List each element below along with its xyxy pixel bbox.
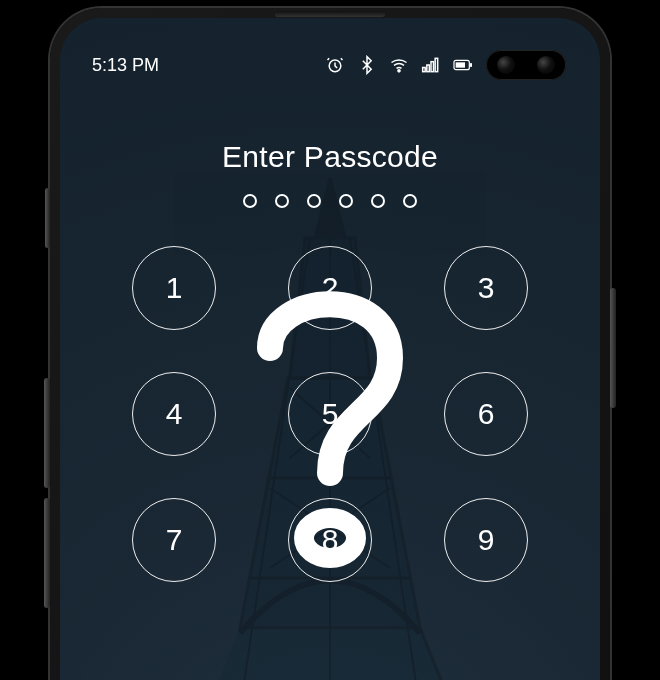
volume-down-button <box>44 498 50 608</box>
numeric-keypad: 1 2 3 4 5 6 7 8 9 <box>60 246 600 582</box>
volume-up-button <box>44 378 50 488</box>
keypad-3[interactable]: 3 <box>444 246 528 330</box>
passcode-title: Enter Passcode <box>60 140 600 174</box>
passcode-dot <box>275 194 289 208</box>
battery-icon <box>453 55 473 75</box>
status-bar: 5:13 PM <box>60 48 600 82</box>
svg-rect-7 <box>470 63 472 67</box>
svg-rect-3 <box>427 65 430 72</box>
svg-point-1 <box>398 70 400 72</box>
keypad-9[interactable]: 9 <box>444 498 528 582</box>
passcode-dot <box>339 194 353 208</box>
power-button <box>610 288 616 408</box>
alarm-icon <box>325 55 345 75</box>
passcode-dot <box>243 194 257 208</box>
passcode-dot <box>403 194 417 208</box>
passcode-dots <box>60 194 600 208</box>
passcode-dot <box>307 194 321 208</box>
keypad-7[interactable]: 7 <box>132 498 216 582</box>
svg-rect-5 <box>435 58 438 71</box>
wifi-icon <box>389 55 409 75</box>
passcode-dot <box>371 194 385 208</box>
side-button <box>45 188 50 248</box>
keypad-5[interactable]: 5 <box>288 372 372 456</box>
cellular-signal-icon <box>421 55 441 75</box>
keypad-6[interactable]: 6 <box>444 372 528 456</box>
keypad-8[interactable]: 8 <box>288 498 372 582</box>
keypad-2[interactable]: 2 <box>288 246 372 330</box>
svg-rect-4 <box>431 62 434 72</box>
svg-rect-2 <box>423 68 426 72</box>
phone-frame: 5:13 PM Enter Passcode 1 2 3 4 5 6 <box>50 8 610 680</box>
svg-rect-8 <box>456 62 465 67</box>
bluetooth-icon <box>357 55 377 75</box>
status-icons <box>325 55 473 75</box>
earpiece-speaker <box>275 11 385 17</box>
clock: 5:13 PM <box>92 55 159 76</box>
keypad-1[interactable]: 1 <box>132 246 216 330</box>
screen: 5:13 PM Enter Passcode 1 2 3 4 5 6 <box>60 18 600 680</box>
keypad-4[interactable]: 4 <box>132 372 216 456</box>
